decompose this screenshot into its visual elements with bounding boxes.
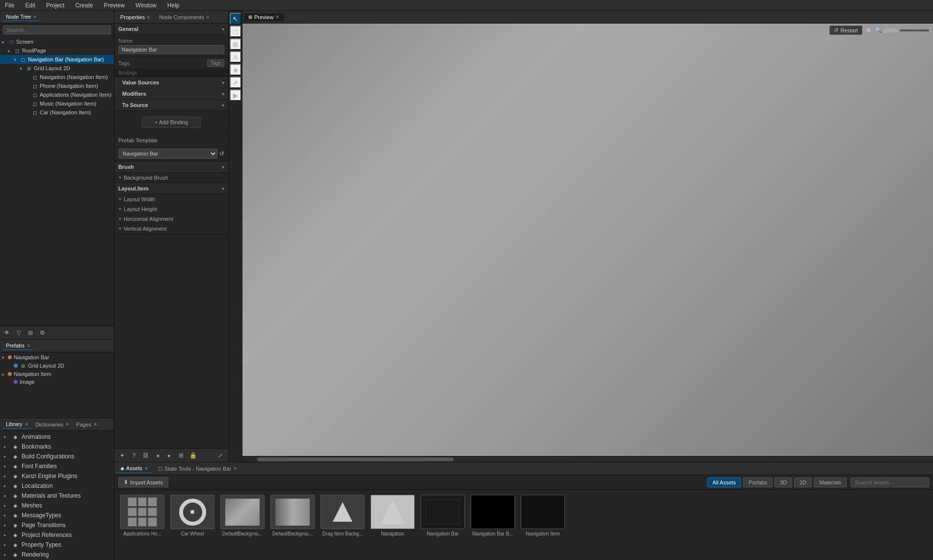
restart-btn[interactable]: ↺ Restart <box>829 26 862 35</box>
menu-item-edit[interactable]: Edit <box>23 1 37 10</box>
props-lock-btn[interactable]: 🔒 <box>188 451 198 460</box>
horizontal-alignment-row[interactable]: + Horizontal Alignment <box>114 214 228 224</box>
tree-item-gridlayout[interactable]: ▾ ⊞ Grid Layout 2D <box>0 64 114 73</box>
library-close[interactable]: ✕ <box>25 422 28 427</box>
prefabs-tab[interactable]: Prefabs ✕ <box>3 342 33 350</box>
vertical-alignment-row[interactable]: + Vertical Alignment <box>114 224 228 234</box>
tree-eye-btn[interactable]: 👁 <box>2 328 12 338</box>
tree-grid-btn[interactable]: ⊞ <box>26 328 35 338</box>
assets-close[interactable]: ✕ <box>144 466 148 471</box>
tool-share-btn[interactable]: ⇗ <box>230 77 241 88</box>
tool-cursor-btn[interactable]: ↖ <box>230 13 241 25</box>
asset-defaultbg1[interactable]: DefaultBackgrou... <box>220 495 265 536</box>
asset-navigation[interactable]: Navigation <box>371 495 415 536</box>
tool-layers-btn[interactable]: ◈ <box>230 64 241 76</box>
tree-filter-btn[interactable]: ▽ <box>14 328 24 338</box>
lib-kanzi[interactable]: ▸ ◈ Kanzi Engine Plugins <box>0 471 114 481</box>
dict-close[interactable]: ✕ <box>65 422 69 427</box>
zoom-slider[interactable] <box>900 29 929 31</box>
props-back-btn[interactable]: ◂ <box>153 451 162 460</box>
preview-close[interactable]: ✕ <box>275 14 279 20</box>
tool-select-btn[interactable]: ◻ <box>230 26 241 37</box>
tool-text-btn[interactable]: A <box>230 51 241 63</box>
asset-applications[interactable]: Applications Ho... <box>120 495 164 536</box>
tree-settings-btn[interactable]: ⚙ <box>37 328 47 338</box>
asset-carwheel[interactable]: Car Wheel <box>170 495 214 536</box>
prefab-select[interactable]: Navigation Bar <box>118 149 217 159</box>
layout-height-row[interactable]: + Layout Height <box>114 204 228 214</box>
assets-tab[interactable]: ◈ Assets ✕ <box>116 464 152 473</box>
props-wand-btn[interactable]: ✦ <box>117 451 127 460</box>
prefab-grid[interactable]: ⊞ Grid Layout 2D <box>0 361 114 370</box>
prefab-refresh-btn[interactable]: ↺ <box>219 150 224 157</box>
lib-proptypes[interactable]: ▸ ◈ Property Types <box>0 540 114 550</box>
tree-item-car1[interactable]: ◻ Car (Navigation Item) <box>0 108 114 117</box>
filter-2d-btn[interactable]: 2D <box>794 478 812 487</box>
lib-rendering[interactable]: ▸ ◈ Rendering <box>0 550 114 560</box>
assets-search-input[interactable] <box>851 478 929 487</box>
props-help-btn[interactable]: ? <box>129 451 139 460</box>
menu-item-file[interactable]: File <box>3 1 16 10</box>
layout-width-row[interactable]: + Layout Width <box>114 194 228 204</box>
node-tree-tab[interactable]: Node Tree ✕ <box>3 13 40 21</box>
filter-3d-btn[interactable]: 3D <box>774 478 792 487</box>
asset-defaultbg2[interactable]: DefaultBackgrou... <box>270 495 315 536</box>
lib-fontfamilies[interactable]: ▸ ◈ Font Families <box>0 461 114 471</box>
asset-navitem[interactable]: Navigation Item <box>521 495 565 536</box>
lib-pagetrans[interactable]: ▸ ◈ Page Transitions <box>0 520 114 530</box>
tree-item-navbar[interactable]: ▾ ◻ Navigation Bar (Navigation Bar) <box>0 55 114 64</box>
add-binding-btn[interactable]: + Add Binding <box>142 117 201 128</box>
prefab-navitem[interactable]: ▸ Navigation Item <box>0 370 114 378</box>
preview-tab[interactable]: Preview ✕ <box>244 13 284 21</box>
lib-localization[interactable]: ▸ ◈ Localization <box>0 481 114 491</box>
search-input[interactable] <box>3 26 111 34</box>
tags-button[interactable]: Tags <box>207 59 224 67</box>
background-brush-row[interactable]: + Background Brush <box>114 173 228 183</box>
menu-item-window[interactable]: Window <box>133 1 159 10</box>
pages-close[interactable]: ✕ <box>93 422 97 427</box>
nc-close[interactable]: ✕ <box>206 15 210 20</box>
pages-tab[interactable]: Pages ✕ <box>73 421 100 428</box>
prefab-image[interactable]: Image <box>0 378 114 386</box>
asset-navbardark[interactable]: Navigation Bar <box>421 495 465 536</box>
props-group-btn[interactable]: ⊞ <box>176 451 186 460</box>
tree-item-nav1[interactable]: ◻ Navigation (Navigation Item) <box>0 73 114 81</box>
statetools-tab[interactable]: ◻ State Tools - Navigation Bar ✕ <box>154 464 241 473</box>
filter-materials-btn[interactable]: Materials <box>814 478 847 487</box>
lib-projrefs[interactable]: ▸ ◈ Project References <box>0 530 114 540</box>
lib-buildconfig[interactable]: ▸ ◈ Build Configurations <box>0 452 114 461</box>
asset-dragitem[interactable]: Drag Item Backg... <box>320 495 365 536</box>
tree-item-phone1[interactable]: ◻ Phone (Navigation Item) <box>0 81 114 90</box>
lib-materials[interactable]: ▸ ◈ Materials and Textures <box>0 491 114 501</box>
layoutitem-header[interactable]: Layout.Item ▾ <box>114 183 228 194</box>
library-tab[interactable]: Library ✕ <box>3 420 31 428</box>
menu-item-preview[interactable]: Preview <box>102 1 127 10</box>
lib-messagetypes[interactable]: ▸ ◈ MessageTypes <box>0 510 114 520</box>
prefab-navbar[interactable]: ▾ Navigation Bar <box>0 353 114 361</box>
tree-item-screen[interactable]: ▸ ⬡ Screen <box>0 37 114 46</box>
tree-item-apps1[interactable]: ◻ Applications (Navigation Item) <box>0 90 114 99</box>
menu-item-create[interactable]: Create <box>73 1 95 10</box>
props-fwd-btn[interactable]: ▸ <box>164 451 174 460</box>
preview-eye-btn[interactable]: 👁 <box>865 27 872 34</box>
props-close[interactable]: ✕ <box>146 15 150 20</box>
statetools-close[interactable]: ✕ <box>233 466 237 471</box>
menu-item-project[interactable]: Project <box>44 1 66 10</box>
props-link-btn[interactable]: ⛓ <box>141 451 151 460</box>
tool-media-btn[interactable]: ▶ <box>230 89 241 101</box>
general-header[interactable]: General ▾ <box>114 24 228 35</box>
import-assets-btn[interactable]: ⬇ Import Assets <box>118 477 168 487</box>
tree-item-rootpage[interactable]: ▸ ◻ RootPage <box>0 46 114 55</box>
asset-navbarblack[interactable]: Navigation Bar B... <box>471 495 515 536</box>
lib-meshes[interactable]: ▸ ◈ Meshes <box>0 501 114 510</box>
nodecomponents-tab[interactable]: Node Components ✕ <box>155 13 213 21</box>
tool-table-btn[interactable]: ⊞ <box>230 38 241 50</box>
dictionaries-tab[interactable]: Dictionaries ✕ <box>32 421 72 428</box>
preview-scrollbar-h[interactable] <box>242 456 933 462</box>
prefabs-close[interactable]: ✕ <box>27 343 30 348</box>
tree-item-music1[interactable]: ◻ Music (Navigation Item) <box>0 99 114 108</box>
valuesources-header[interactable]: Value Sources ▾ <box>114 77 228 88</box>
menu-item-help[interactable]: Help <box>165 1 182 10</box>
node-tree-close[interactable]: ✕ <box>33 14 37 20</box>
scrollbar-thumb-h[interactable] <box>257 457 453 461</box>
